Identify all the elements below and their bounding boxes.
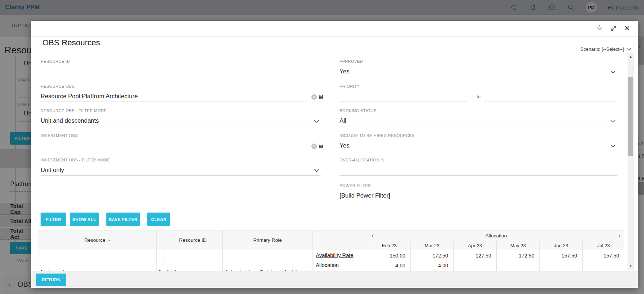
availability-value: 157.50 [583, 250, 624, 260]
scenario-select[interactable]: Scenario: [--Select--] [580, 46, 631, 52]
resource-obs-label: RESOURCE OBS [41, 84, 307, 90]
over-allocation-input[interactable] [340, 164, 617, 176]
modal-title: OBS Resources [42, 38, 100, 47]
column-header-resource-id[interactable]: Resource ID [163, 230, 223, 250]
power-filter-label: POWER FILTER [340, 183, 617, 190]
filter-button[interactable]: FILTER [41, 213, 66, 226]
scroll-months-right-icon[interactable]: › [618, 233, 621, 238]
allocation-row-label: Allocation [316, 260, 368, 270]
save-filter-button[interactable]: SAVE FILTER [106, 213, 140, 226]
booking-status-select[interactable]: All [340, 115, 617, 126]
priority-label: PRIORITY [340, 84, 617, 90]
sort-ascending-icon: ▲ [107, 238, 110, 242]
month-header: Jun 23 [540, 241, 583, 250]
allocation-value[interactable] [454, 260, 496, 270]
chevron-down-icon [626, 48, 631, 51]
chevron-down-icon [610, 120, 615, 123]
allocation-group-header: ‹ Allocation › [368, 230, 625, 241]
availability-value: 157.50 [540, 250, 582, 260]
field-investment-obs: INVESTMENT OBS × [41, 133, 307, 151]
booking-status-label: BOOKING STATUS [340, 108, 617, 115]
clear-icon[interactable]: × [311, 144, 317, 149]
resource-obs-input[interactable]: Resource Pool:Platfrom Architecture × [41, 90, 307, 102]
field-booking-status: BOOKING STATUS All [340, 108, 617, 126]
investment-obs-input[interactable]: × [41, 140, 307, 151]
obs-resources-modal: ☆ × OBS Resources Scenario: [--Select--]… [31, 21, 638, 287]
clear-button[interactable]: CLEAR [147, 213, 170, 226]
clear-icon[interactable]: × [311, 94, 317, 100]
field-include-to-be-hired: INCLUDE TO-BE-HIRED RESOURCES Yes [340, 133, 617, 151]
chevron-down-icon [610, 145, 615, 148]
build-power-filter-link[interactable]: [Build Power Filter] [340, 192, 390, 201]
availability-rate-link[interactable]: Availability Rate [316, 250, 364, 260]
scroll-months-left-icon[interactable]: ‹ [372, 233, 374, 238]
allocation-value[interactable]: 4.00 [368, 260, 410, 270]
availability-value: 127.50 [454, 250, 496, 260]
field-investment-obs-filter-mode: INVESTMENT OBS - FILTER MODE Unit only [41, 158, 321, 176]
priority-to-label: to [477, 94, 481, 99]
scrollbar-up-icon[interactable]: ▲ [628, 55, 634, 58]
scrollbar-down-icon[interactable]: ▼ [628, 264, 634, 268]
month-header: Apr 23 [454, 241, 497, 250]
allocation-value[interactable] [583, 260, 624, 270]
availability-value: 150.00 [368, 250, 410, 260]
binoculars-browse-icon[interactable] [319, 144, 323, 149]
over-allocation-label: OVER-ALLOCATION % [340, 158, 617, 164]
modal-footer: RETURN [31, 271, 638, 288]
availability-value: 172.50 [411, 250, 453, 260]
show-all-button[interactable]: SHOW ALL [70, 213, 99, 226]
investment-obs-label: INVESTMENT OBS [41, 133, 307, 140]
include-to-be-hired-label: INCLUDE TO-BE-HIRED RESOURCES [340, 133, 617, 140]
field-resource-obs: RESOURCE OBS Resource Pool:Platfrom Arch… [41, 84, 307, 102]
binoculars-browse-icon[interactable] [319, 95, 323, 99]
return-button[interactable]: RETURN [36, 274, 66, 286]
approved-label: APPROVED [340, 59, 617, 65]
investment-obs-filter-mode-select[interactable]: Unit only [41, 164, 321, 176]
resource-obs-filter-mode-label: RESOURCE OBS - FILTER MODE [41, 108, 321, 115]
column-header-metrics [313, 230, 368, 250]
results-grid: Resource▲ Resource ID Primary Role ‹ All… [38, 230, 624, 271]
close-icon[interactable]: × [622, 23, 632, 33]
column-header-icon [157, 230, 163, 250]
include-to-be-hired-select[interactable]: Yes [340, 140, 617, 151]
field-approved: APPROVED Yes [340, 59, 617, 77]
availability-value: 172.50 [497, 250, 539, 260]
column-header-resource[interactable]: Resource▲ [38, 230, 157, 250]
field-over-allocation: OVER-ALLOCATION % [340, 158, 617, 176]
priority-to-input[interactable] [485, 90, 617, 102]
chevron-down-icon [314, 120, 319, 123]
allocation-value[interactable]: 4.00 [411, 260, 453, 270]
table-row: Jackson, Len ljackson Infrastructure Sol… [38, 250, 625, 271]
allocation-value[interactable] [540, 260, 582, 270]
resource-id-input[interactable] [41, 65, 321, 77]
resource-id-label: RESOURCE ID [41, 59, 321, 65]
column-header-primary-role[interactable]: Primary Role [223, 230, 313, 250]
investment-obs-filter-mode-label: INVESTMENT OBS - FILTER MODE [41, 158, 321, 164]
month-header: May 23 [497, 241, 540, 250]
month-header: Feb 23 [368, 241, 411, 250]
field-power-filter: POWER FILTER [Build Power Filter] [340, 183, 617, 201]
scenario-label: Scenario: [--Select--] [580, 46, 624, 52]
screen: Clarity PPM PD Hi, Praneeth TOP DO Resou… [0, 0, 644, 294]
field-priority: PRIORITY to [340, 84, 617, 102]
field-resource-obs-filter-mode: RESOURCE OBS - FILTER MODE Unit and desc… [41, 108, 321, 126]
modal-scrollbar[interactable]: ▲ ▼ [628, 53, 634, 270]
month-header: Mar 23 [411, 241, 454, 250]
month-header: Jul 23 [583, 241, 625, 250]
approved-select[interactable]: Yes [340, 65, 617, 77]
scrollbar-thumb[interactable] [628, 77, 633, 156]
favorite-star-icon[interactable]: ☆ [595, 23, 604, 33]
chevron-down-icon [314, 169, 319, 172]
chevron-down-icon [610, 70, 615, 73]
expand-icon[interactable] [609, 23, 618, 33]
resource-obs-filter-mode-select[interactable]: Unit and descendants [41, 115, 321, 126]
field-resource-id: RESOURCE ID [41, 59, 321, 77]
priority-from-input[interactable] [340, 90, 467, 102]
allocation-value[interactable] [497, 260, 539, 270]
